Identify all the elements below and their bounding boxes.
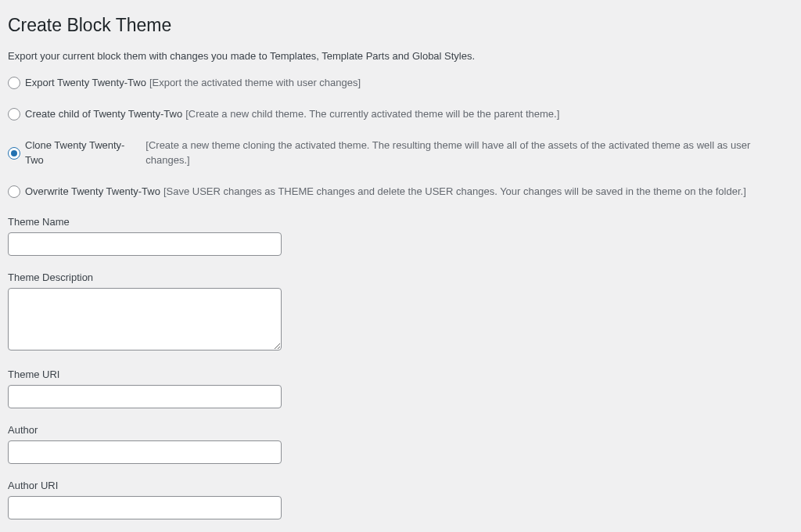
option-child-desc: [Create a new child theme. The currently… [185, 107, 559, 121]
option-overwrite-row: Overwrite Twenty Twenty-Two [Save USER c… [8, 185, 793, 199]
option-clone-radio[interactable] [8, 147, 20, 160]
option-export-desc: [Export the activated theme with user ch… [149, 76, 361, 90]
option-clone-label[interactable]: Clone Twenty Twenty-Two [25, 138, 142, 167]
option-overwrite-radio[interactable] [8, 185, 20, 198]
theme-name-label: Theme Name [8, 216, 793, 228]
author-uri-label: Author URI [8, 480, 793, 491]
theme-name-input[interactable] [8, 232, 282, 256]
author-group: Author [8, 424, 793, 464]
option-export-radio[interactable] [8, 77, 20, 89]
theme-description-input[interactable] [8, 288, 282, 350]
theme-description-label: Theme Description [8, 271, 793, 283]
option-export-label[interactable]: Export Twenty Twenty-Two [25, 76, 146, 90]
author-input[interactable] [8, 440, 282, 464]
option-overwrite-desc: [Save USER changes as THEME changes and … [163, 185, 746, 199]
author-label: Author [8, 424, 793, 436]
option-export-row: Export Twenty Twenty-Two [Export the act… [8, 76, 793, 90]
option-overwrite-label[interactable]: Overwrite Twenty Twenty-Two [25, 185, 160, 199]
intro-text: Export your current block them with chan… [8, 50, 793, 62]
author-uri-group: Author URI [8, 480, 793, 519]
theme-uri-label: Theme URI [8, 368, 793, 380]
author-uri-input[interactable] [8, 496, 282, 519]
option-clone-desc: [Create a new theme cloning the activate… [145, 138, 793, 167]
theme-name-group: Theme Name [8, 216, 793, 256]
theme-uri-input[interactable] [8, 385, 282, 408]
option-child-radio[interactable] [8, 108, 20, 120]
option-child-row: Create child of Twenty Twenty-Two [Creat… [8, 107, 793, 121]
theme-uri-group: Theme URI [8, 368, 793, 408]
theme-description-group: Theme Description [8, 271, 793, 353]
page-title: Create Block Theme [8, 8, 793, 39]
option-child-label[interactable]: Create child of Twenty Twenty-Two [25, 107, 182, 121]
option-clone-row: Clone Twenty Twenty-Two [Create a new th… [8, 138, 793, 167]
